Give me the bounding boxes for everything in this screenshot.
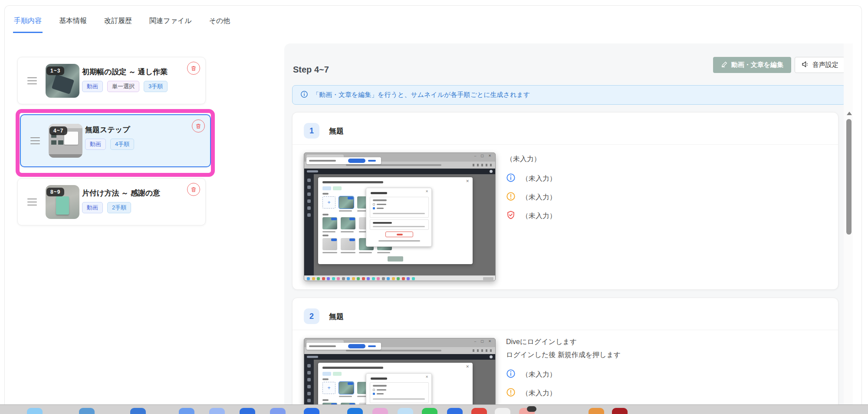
step-group-card-3[interactable]: 8~9 片付け方法 ～ 感謝の意 動画 2手順 [17, 178, 206, 225]
notification-popup [306, 343, 381, 350]
tag-row: 動画 4手順 [85, 139, 134, 150]
step-screenshot-thumbnail[interactable]: ‒ ▢ ✕ ✕ + [304, 338, 496, 414]
step-safety-text: （未入力） [522, 212, 556, 221]
step-group-thumbnail: 4~7 [49, 124, 82, 158]
dock-app-icon[interactable] [270, 408, 286, 414]
tag-video: 動画 [82, 81, 103, 92]
step-info-text: （未入力） [522, 370, 556, 379]
step-description-line: ログインした後 新規作成を押します [506, 348, 621, 361]
step-group-title: 初期幅の設定 ～ 通し作業 [82, 67, 168, 77]
info-circle-icon [506, 173, 516, 184]
step-title: 無題 [329, 126, 344, 136]
info-icon [300, 90, 308, 99]
dock-app-icon[interactable] [304, 408, 319, 414]
dock-app-icon[interactable] [240, 408, 255, 414]
dock-app-icon[interactable] [447, 408, 463, 414]
scrollbar-thumb[interactable] [846, 119, 852, 235]
audio-settings-label: 音声設定 [812, 61, 838, 69]
dock[interactable] [0, 404, 868, 414]
dock-app-icon[interactable] [130, 408, 146, 414]
step-safety-entry: （未入力） [506, 210, 556, 222]
step-screenshot-thumbnail[interactable]: ‒ ▢ ✕ ✕ + [304, 152, 496, 281]
dock-app-icon[interactable] [179, 408, 194, 414]
tab-procedure-content[interactable]: 手順内容 [13, 11, 43, 33]
step-card-1: 1 無題 ‒ ▢ ✕ ✕ + [292, 112, 838, 290]
step-detail-panel: Step 4~7 動画・文章を編集 音声設定 「動画・文章を編集」を行うと、サム… [284, 43, 853, 414]
notification-popup [306, 157, 381, 164]
step-warning-entry: （未入力） [506, 388, 621, 399]
step-description: （未入力） [506, 152, 556, 166]
step-info-text: （未入力） [522, 174, 556, 183]
tab-others[interactable]: その他 [208, 11, 231, 33]
step-number-badge: 1 [304, 123, 319, 139]
step-range-badge: 4~7 [49, 126, 67, 135]
dock-app-icon[interactable] [347, 408, 363, 414]
drag-handle-icon[interactable] [27, 199, 37, 205]
step-group-thumbnail: 8~9 [46, 185, 79, 219]
step-info-entry: （未入力） [506, 173, 556, 184]
tag-single-select: 単一選択 [107, 81, 139, 92]
browser-screenshot: ‒ ▢ ✕ ✕ + [304, 152, 496, 281]
browser-screenshot: ‒ ▢ ✕ ✕ + [304, 338, 496, 414]
step-group-card-2[interactable]: 4~7 無題ステップ 動画 4手順 [20, 114, 211, 167]
dock-app-icon[interactable] [209, 408, 225, 414]
tag-step-count: 2手順 [107, 202, 131, 213]
step-card-2: 2 無題 ‒ ▢ ✕ ✕ + [292, 298, 838, 414]
tag-step-count: 3手順 [144, 81, 168, 92]
step-group-thumbnail: 1~3 [46, 64, 79, 98]
drag-handle-icon[interactable] [27, 77, 37, 84]
speaker-icon [801, 60, 809, 70]
dock-app-icon[interactable] [471, 408, 487, 414]
edit-video-text-label: 動画・文章を編集 [731, 61, 783, 69]
step-range-badge: 1~3 [46, 66, 64, 75]
drag-handle-icon[interactable] [30, 137, 40, 144]
step-description-line: Diveにログインします [506, 335, 621, 348]
tag-row: 動画 単一選択 3手順 [82, 81, 168, 92]
shield-check-icon [506, 210, 516, 222]
tab-basic-info[interactable]: 基本情報 [58, 11, 88, 33]
dock-app-icon[interactable] [495, 408, 510, 414]
dock-notification-badge [527, 406, 536, 412]
step-group-card-1[interactable]: 1~3 初期幅の設定 ～ 通し作業 動画 単一選択 3手順 [17, 57, 206, 104]
recording-settings-dialog: ✕ [366, 188, 432, 247]
step-warning-text: （未入力） [522, 389, 556, 398]
step-warning-text: （未入力） [522, 193, 556, 202]
tag-video: 動画 [85, 139, 106, 150]
dock-app-icon[interactable] [398, 408, 413, 414]
tag-video: 動画 [82, 202, 103, 213]
dock-app-icon[interactable] [589, 408, 604, 414]
warning-circle-icon [506, 388, 516, 399]
warning-circle-icon [506, 192, 516, 203]
panel-title: Step 4~7 [293, 65, 329, 75]
dock-app-icon[interactable] [612, 408, 628, 414]
step-title: 無題 [329, 311, 344, 321]
info-banner-text: 「動画・文章を編集」を行うと、サムネイルが各手順ごとに生成されます [312, 91, 530, 99]
trash-icon [191, 186, 197, 193]
delete-step-group-button[interactable] [187, 183, 200, 196]
audio-settings-button[interactable]: 音声設定 [795, 57, 845, 73]
tab-related-files[interactable]: 関連ファイル [148, 11, 193, 33]
delete-step-group-button[interactable] [187, 62, 200, 75]
mini-taskbar [304, 275, 495, 281]
pencil-icon [721, 61, 728, 69]
trash-icon [191, 65, 197, 72]
dock-app-icon[interactable] [422, 408, 437, 414]
dock-app-icon[interactable] [27, 408, 43, 414]
edit-video-text-button[interactable]: 動画・文章を編集 [713, 57, 791, 73]
trash-icon [195, 123, 201, 129]
info-circle-icon [506, 369, 516, 380]
step-group-title: 無題ステップ [85, 125, 130, 135]
tag-step-count: 4手順 [110, 139, 134, 150]
dock-app-icon[interactable] [79, 408, 95, 414]
step-number-badge: 2 [304, 308, 319, 324]
tab-revision-history[interactable]: 改訂履歴 [103, 11, 133, 33]
dock-app-icon[interactable] [372, 408, 388, 414]
tab-bar: 手順内容 基本情報 改訂履歴 関連ファイル その他 [13, 11, 231, 33]
step-group-title: 片付け方法 ～ 感謝の意 [82, 188, 160, 198]
step-warning-entry: （未入力） [506, 192, 556, 203]
step-range-badge: 8~9 [46, 188, 64, 196]
dock-app-icon[interactable] [519, 408, 535, 414]
scrollbar-up-arrow[interactable] [847, 112, 852, 115]
delete-step-group-button[interactable] [192, 119, 205, 132]
app-content: ✕ + [304, 169, 495, 275]
